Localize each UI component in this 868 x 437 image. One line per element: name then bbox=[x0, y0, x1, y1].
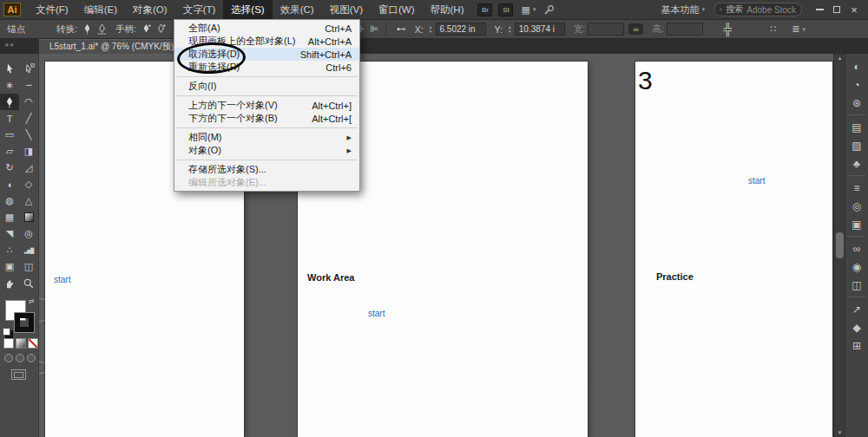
menubar-item-帮助(H)[interactable]: 帮助(H) bbox=[423, 0, 472, 19]
stock-badge[interactable]: St bbox=[498, 3, 513, 16]
links-panel-icon[interactable]: ◫ bbox=[845, 276, 868, 294]
column-graph-tool[interactable]: ▂▅█ bbox=[19, 242, 38, 258]
menu-item-重新选择(R)[interactable]: 重新选择(R)Ctrl+6 bbox=[174, 61, 359, 74]
anchor-display-toggle-3[interactable]: ⊫ bbox=[370, 23, 378, 35]
app-logo-icon[interactable]: Ai bbox=[3, 3, 21, 16]
curvature-tool[interactable]: ◠ bbox=[19, 94, 38, 110]
close-button[interactable]: × bbox=[845, 2, 863, 17]
show-handles-icon[interactable] bbox=[141, 23, 151, 35]
color-guide-panel-icon[interactable]: ◔ bbox=[845, 75, 868, 94]
artboard-3[interactable] bbox=[635, 62, 832, 437]
eyedropper-tool[interactable]: ◥ bbox=[0, 225, 19, 242]
search-input[interactable]: 搜索 Adobe Stock bbox=[713, 3, 802, 16]
cc-libraries-panel-icon[interactable]: ∞ bbox=[845, 239, 868, 258]
width-tool[interactable]: ◖ bbox=[0, 176, 19, 192]
slice-tool[interactable]: ◫ bbox=[19, 258, 38, 275]
menu-item-下方的下一个对象(B)[interactable]: 下方的下一个对象(B)Alt+Ctrl+[ bbox=[174, 112, 359, 125]
pen-tool[interactable] bbox=[0, 94, 19, 110]
selection-tool[interactable] bbox=[0, 61, 19, 77]
menu-item-反向(I)[interactable]: 反向(I) bbox=[174, 80, 359, 93]
gradient-tool[interactable] bbox=[19, 209, 38, 225]
stroke-panel-icon[interactable]: ≡ bbox=[845, 179, 868, 197]
draw-behind-button[interactable] bbox=[16, 354, 24, 362]
lasso-tool[interactable]: ∽ bbox=[19, 77, 38, 94]
canvas-area[interactable]: startWork Areastart3startPractice bbox=[39, 54, 833, 437]
draw-inside-button[interactable] bbox=[27, 354, 36, 362]
hide-handles-icon[interactable] bbox=[156, 23, 166, 35]
menu-item-取消选择(D)[interactable]: 取消选择(D)Shift+Ctrl+A bbox=[174, 48, 359, 61]
menubar-item-窗口(W)[interactable]: 窗口(W) bbox=[371, 0, 423, 19]
menu-item-编辑所选对象(E)...[interactable]: 编辑所选对象(E)... bbox=[174, 176, 359, 189]
menu-item-对象(O)[interactable]: 对象(O)▶ bbox=[174, 144, 359, 157]
none-mode-button[interactable] bbox=[28, 338, 38, 349]
direct-selection-tool[interactable] bbox=[19, 61, 38, 77]
height-field[interactable] bbox=[667, 23, 703, 36]
symbol-sprayer-tool[interactable]: ∴ bbox=[0, 242, 19, 258]
adjustments-panel-icon[interactable]: ◉ bbox=[845, 258, 868, 276]
gradient-mode-button[interactable] bbox=[16, 338, 26, 349]
artboards-panel-icon[interactable]: ⊞ bbox=[845, 336, 868, 355]
brushes-panel-icon[interactable]: ▨ bbox=[845, 136, 868, 154]
default-fill-stroke-icon[interactable] bbox=[3, 328, 10, 336]
swap-fill-stroke-icon[interactable]: ⇄ bbox=[29, 297, 35, 305]
document-tab[interactable]: L5start_1.ai* @ 76% (CMYK/预览) bbox=[39, 39, 195, 54]
menubar-item-视图(V)[interactable]: 视图(V) bbox=[322, 0, 371, 19]
convert-corner-icon[interactable] bbox=[82, 23, 92, 35]
hand-tool[interactable] bbox=[0, 275, 19, 291]
x-position-field[interactable]: 6.5022 in bbox=[436, 23, 486, 36]
pathfinder-panel-icon[interactable]: ⊛ bbox=[845, 94, 868, 112]
scrollbar-thumb[interactable] bbox=[836, 232, 844, 258]
symbols-panel-icon[interactable]: ♣ bbox=[845, 154, 868, 173]
perspective-grid-tool[interactable]: △ bbox=[19, 192, 38, 209]
minimize-button[interactable] bbox=[811, 2, 828, 17]
menu-item-全部(A)[interactable]: 全部(A)Ctrl+A bbox=[174, 22, 359, 35]
menu-item-相同(M)[interactable]: 相同(M)▶ bbox=[174, 131, 359, 144]
menubar-item-效果(C)[interactable]: 效果(C) bbox=[273, 0, 322, 19]
swatches-panel-icon[interactable]: ▤ bbox=[845, 118, 868, 136]
rotate-tool[interactable]: ↻ bbox=[0, 160, 19, 176]
scale-tool[interactable]: ◿ bbox=[19, 160, 38, 176]
artboard-tool[interactable]: ▣ bbox=[0, 258, 19, 275]
layers-panel-icon[interactable]: ◆ bbox=[845, 318, 868, 336]
restore-button[interactable] bbox=[828, 2, 845, 17]
shaper-tool[interactable]: ▱ bbox=[0, 143, 19, 160]
color-panel-icon[interactable]: ◐ bbox=[845, 57, 868, 75]
rectangle-tool[interactable]: ▭ bbox=[0, 127, 19, 143]
shape-builder-tool[interactable]: ◍ bbox=[0, 192, 19, 209]
width-field[interactable] bbox=[588, 23, 624, 36]
free-transform-tool[interactable]: ◇ bbox=[19, 176, 38, 192]
line-segment-tool[interactable]: ╱ bbox=[19, 110, 38, 127]
export-panel-icon[interactable]: ↗ bbox=[845, 300, 868, 318]
blob-brush-tool[interactable]: ◨ bbox=[19, 143, 38, 160]
draw-normal-button[interactable] bbox=[4, 354, 13, 362]
menubar-item-选择(S)[interactable]: 选择(S) bbox=[223, 0, 272, 19]
graphic-styles-panel-icon[interactable]: ▣ bbox=[845, 215, 868, 233]
blend-tool[interactable]: ◎ bbox=[19, 225, 38, 242]
align-options-icon[interactable]: ∷ bbox=[770, 23, 776, 35]
paintbrush-tool[interactable]: ╲ bbox=[19, 127, 38, 143]
link-dimensions-icon[interactable]: ∞ bbox=[628, 23, 643, 35]
gpu-performance-icon[interactable] bbox=[543, 4, 555, 16]
menubar-item-对象(O)[interactable]: 对象(O) bbox=[125, 0, 175, 19]
arrange-documents-icon[interactable]: ▦ ▾ bbox=[521, 4, 536, 16]
stroke-color-swatch[interactable] bbox=[15, 313, 34, 332]
convert-smooth-icon[interactable] bbox=[97, 23, 107, 35]
vertical-scrollbar[interactable]: ▲ ▼ bbox=[833, 54, 845, 437]
zoom-tool[interactable] bbox=[19, 275, 38, 291]
menubar-item-文件(F)[interactable]: 文件(F) bbox=[28, 0, 76, 19]
y-position-field[interactable]: 10.3874 i bbox=[515, 23, 565, 36]
y-stepper[interactable]: ▲▼ bbox=[508, 25, 512, 34]
options-menu-icon[interactable]: ≣▾ bbox=[792, 23, 806, 35]
menu-item-上方的下一个对象(V)[interactable]: 上方的下一个对象(V)Alt+Ctrl+] bbox=[174, 99, 359, 112]
screen-mode-button[interactable] bbox=[11, 369, 26, 380]
menu-item-存储所选对象(S)...[interactable]: 存储所选对象(S)... bbox=[174, 163, 359, 176]
mesh-tool[interactable]: ▦ bbox=[0, 209, 19, 225]
menu-item-现用画板上的全部对象(L)[interactable]: 现用画板上的全部对象(L)Alt+Ctrl+A bbox=[174, 35, 359, 48]
type-tool[interactable]: T bbox=[0, 110, 19, 127]
color-mode-button[interactable] bbox=[3, 338, 14, 349]
appearance-panel-icon[interactable]: ◎ bbox=[845, 197, 868, 215]
x-stepper[interactable]: ▲▼ bbox=[429, 25, 433, 34]
workspace-switcher[interactable]: 基本功能 ▾ bbox=[661, 3, 705, 16]
transform-widget-icon[interactable]: ╬ bbox=[724, 23, 732, 36]
bridge-badge[interactable]: Br bbox=[477, 3, 492, 16]
